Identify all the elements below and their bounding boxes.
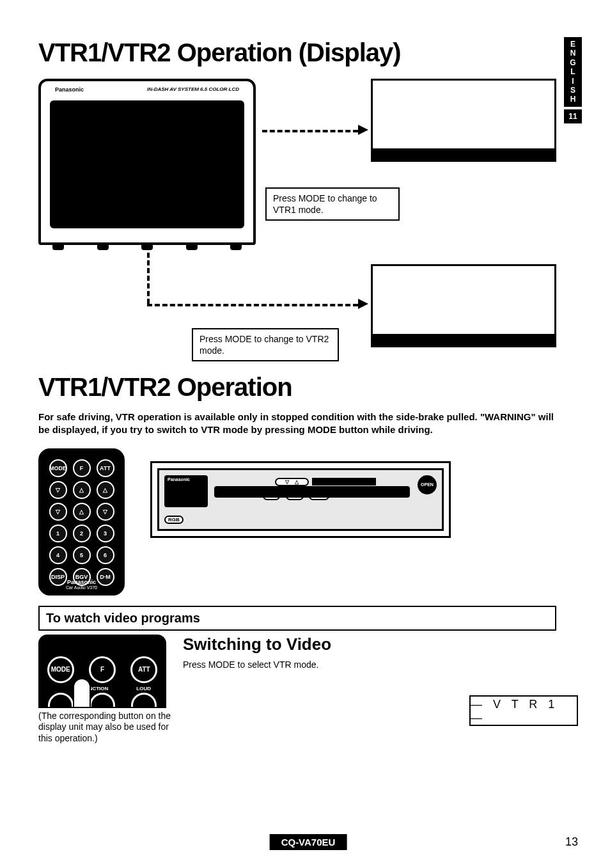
arrow-dash-v (147, 253, 150, 304)
remote-btn-2: 2 (73, 525, 91, 542)
remote-btn-4: 4 (49, 546, 67, 564)
finger-icon (73, 678, 91, 708)
remote-btn-r3c2: △ (73, 503, 91, 521)
arrowhead-1 (358, 125, 368, 135)
monitor-illustration: Panasonic IN-DASH AV SYSTEM 6.5 COLOR LC… (38, 79, 256, 245)
remote-btn-r2c1: ▽ (49, 481, 67, 499)
heading-switching: Switching to Video (183, 635, 578, 654)
remote-btn-r2c2: △ (73, 481, 91, 499)
display-diagram: Panasonic IN-DASH AV SYSTEM 6.5 COLOR LC… (38, 79, 556, 367)
display-box-vtr1 (371, 79, 556, 162)
remote-sub: Car Audio V370 (40, 585, 123, 590)
remote-caption: (The corresponding button on the display… (38, 711, 173, 745)
headunit-brand: Panasonic (166, 477, 192, 482)
headunit-rgb: RGB (164, 516, 184, 524)
remote-top-label3: LOUD (136, 686, 151, 691)
remote-brand: Panasonic (40, 579, 123, 585)
arrowhead-2 (358, 299, 368, 309)
remote-btn-5: 5 (73, 546, 91, 564)
heading-display-operation: VTR1/VTR2 Operation (Display) (38, 38, 578, 67)
model-number: CQ-VA70EU (270, 834, 347, 850)
arrow-dash-2 (147, 304, 358, 306)
page-tab: 11 (564, 109, 582, 123)
remote-btn-f: F (73, 459, 91, 477)
note-vtr2: Press MODE to change to VTR2 mode. (192, 328, 339, 361)
remote-btn-r3c3: ▽ (97, 503, 114, 521)
language-tab: ENGLISH (564, 37, 582, 107)
switching-body: Press MODE to select VTR mode. (183, 659, 578, 670)
remote-illustration: MODE F ATT ▽ △ △ ▽ △ ▽ 1 2 3 4 5 6 DISP … (38, 448, 125, 596)
display-box-vtr2 (371, 264, 556, 347)
arrow-dash-1 (262, 130, 358, 132)
remote-btn-r2c3: △ (97, 481, 114, 499)
remote-top-mode: MODE (47, 656, 74, 683)
page-number: 13 (565, 835, 578, 849)
remote-btn-3: 3 (97, 525, 114, 542)
remote-top-f: F (89, 656, 116, 683)
headunit-illustration: Panasonic OPEN RGB ▽ △ TUNE FM AM EXT (150, 461, 451, 538)
warning-text: For safe driving, VTR operation is avail… (38, 411, 556, 437)
remote-top-att: ATT (130, 656, 157, 683)
remote-btn-r3c1: ▽ (49, 503, 67, 521)
watch-video-box: To watch video programs (38, 606, 556, 631)
language-tab-group: ENGLISH 11 (564, 37, 582, 123)
vtr-display-box: — V T R 1 — (469, 695, 578, 726)
heading-operation: VTR1/VTR2 Operation (38, 373, 578, 402)
note-vtr1: Press MODE to change to VTR1 mode. (265, 187, 400, 221)
remote-top-illustration: MODE F ATT FUNCTION LOUD (38, 635, 166, 708)
remote-btn-1: 1 (49, 525, 67, 542)
remote-btn-6: 6 (97, 546, 114, 564)
remote-btn-att: ATT (97, 459, 114, 477)
monitor-brand: Panasonic (55, 86, 84, 93)
monitor-label: IN-DASH AV SYSTEM 6.5 COLOR LCD (147, 86, 239, 92)
remote-btn-mode: MODE (49, 459, 67, 477)
watch-video-title: To watch video programs (46, 611, 549, 626)
